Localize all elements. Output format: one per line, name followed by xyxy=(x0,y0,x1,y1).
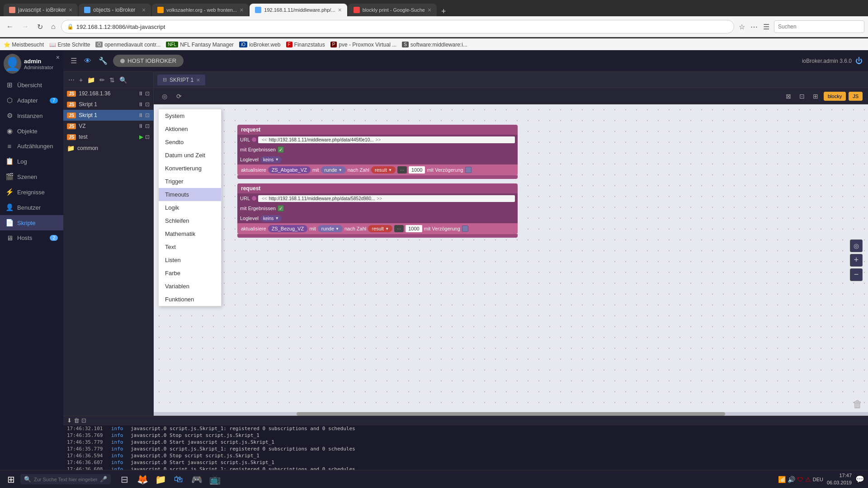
edit-button[interactable]: ✏ xyxy=(98,75,106,85)
url-value-2[interactable]: << http://192.168.1.11/middleware.php/da… xyxy=(258,195,515,202)
menu-item-system[interactable]: System xyxy=(159,109,221,122)
pause-icon[interactable]: ⏸ xyxy=(138,112,143,118)
import-button[interactable]: ⊡ xyxy=(797,91,807,101)
home-button[interactable]: ⌂ xyxy=(48,21,58,33)
bookmark-openmediavault[interactable]: O openmediavault contr... xyxy=(95,42,160,48)
bookmark-software[interactable]: S software:middleware:i... xyxy=(402,42,467,48)
expand-icon[interactable]: ⊡ xyxy=(145,101,150,108)
result-1[interactable]: result ▼ xyxy=(371,166,396,174)
menu-item-trigger[interactable]: Trigger xyxy=(159,175,221,188)
tab-volkszaehler[interactable]: volkszaehler.org - web fronten... × xyxy=(152,4,249,16)
url-value-1[interactable]: << http://192.168.1.11/middleware.php/da… xyxy=(258,136,515,143)
sidebar-item-ubersicht[interactable]: ⊞ Übersicht xyxy=(0,77,63,93)
target-zoom-button[interactable]: ◎ xyxy=(850,239,863,252)
blockly-mode-button[interactable]: blocky xyxy=(824,92,846,101)
menu-item-konvertierung[interactable]: Konvertierung xyxy=(159,162,221,175)
sort-button[interactable]: ⇅ xyxy=(108,75,116,85)
number-2[interactable]: 1000 xyxy=(406,225,422,232)
sidebar-item-aufzahlungen[interactable]: ≡ Aufzählungen xyxy=(0,139,63,154)
address-input[interactable] xyxy=(76,23,728,30)
menu-item-datum[interactable]: Datum und Zeit xyxy=(159,149,221,162)
menu-icon[interactable]: ☰ xyxy=(69,55,79,67)
var-name-1[interactable]: ZS_Abgabe_VZ xyxy=(268,166,311,174)
editor-tab-close[interactable]: × xyxy=(196,76,200,84)
menu-item-funktionen[interactable]: Funktionen xyxy=(159,293,221,306)
file-item-vz[interactable]: JS VZ ⏸ ⊡ xyxy=(63,121,153,131)
editor-tab-skript1[interactable]: ⊟ SKRIPT 1 × xyxy=(157,75,205,85)
sidebar-item-adapter[interactable]: ⬡ Adapter 7 xyxy=(0,93,63,108)
refresh-blockly-button[interactable]: ⟳ xyxy=(174,91,184,101)
expand-icon[interactable]: ⊡ xyxy=(145,123,150,129)
checkbox-2[interactable]: ✓ xyxy=(278,205,284,211)
pause-icon[interactable]: ⏸ xyxy=(138,90,143,97)
bookmark-pve[interactable]: P pve - Proxmox Virtual ... xyxy=(330,42,397,48)
tab-close[interactable]: × xyxy=(142,6,146,14)
export-button[interactable]: ⊠ xyxy=(783,91,794,101)
taskbar-app-explorer[interactable]: 📁 xyxy=(152,471,169,488)
menu-item-text[interactable]: Text xyxy=(159,240,221,253)
runde-1[interactable]: runde ▼ xyxy=(321,166,346,174)
checkbox-1[interactable]: ✓ xyxy=(278,146,284,153)
result-2[interactable]: result ▼ xyxy=(368,225,392,232)
menu-item-timeouts[interactable]: Timeouts xyxy=(159,188,221,201)
checkbox-verzogerung-2[interactable] xyxy=(462,225,468,232)
sidebar-item-hosts[interactable]: 🖥 Hosts 2 xyxy=(0,230,63,245)
sidebar-close-button[interactable]: × xyxy=(56,54,60,61)
menu-item-logik[interactable]: Logik xyxy=(159,201,221,214)
blockly-canvas[interactable]: System Aktionen Sendto Datum und Zeit Ko… xyxy=(154,104,868,416)
file-item-2[interactable]: JS Skript 1 ⏸ ⊡ xyxy=(63,99,153,110)
number-1[interactable]: 1000 xyxy=(409,166,425,174)
taskbar-search-input[interactable] xyxy=(34,477,97,482)
loglevel-close-1[interactable]: ▼ xyxy=(275,157,279,162)
sidebar-item-skripte[interactable]: 📄 Skripte xyxy=(0,215,63,230)
log-clear-button[interactable]: 🗑 xyxy=(74,417,80,424)
sidebar-item-log[interactable]: 📋 Log xyxy=(0,154,63,169)
loglevel-pill-1[interactable]: keins ▼ xyxy=(260,156,282,163)
expand-icon[interactable]: ⊡ xyxy=(145,134,150,140)
menu-item-farbe[interactable]: Farbe xyxy=(159,267,221,280)
taskbar-app-app5[interactable]: 📺 xyxy=(207,471,223,488)
checkbox-verzogerung-1[interactable] xyxy=(465,167,472,173)
zoom-in-button[interactable]: + xyxy=(850,254,863,267)
horizontal-scrollbar[interactable] xyxy=(154,412,868,416)
eye-icon[interactable]: 👁 xyxy=(82,55,93,67)
grid-icon-button[interactable]: ⊞ xyxy=(810,91,821,101)
refresh-button[interactable]: ↻ xyxy=(34,21,46,33)
menu-item-sendto[interactable]: Sendto xyxy=(159,136,221,149)
bookmark-nfl[interactable]: NFL NFL Fantasy Manager xyxy=(166,42,234,48)
expand-icon[interactable]: ⊡ xyxy=(145,112,150,118)
tab-javascript[interactable]: javascript - ioBroker × xyxy=(4,4,78,16)
tab-blockly[interactable]: blockly print - Google-Suche × xyxy=(348,4,437,16)
bookmark-meistbesucht[interactable]: ⭐ Meistbesucht xyxy=(4,42,44,48)
taskbar-search[interactable]: 🔍 🎤 xyxy=(20,474,111,484)
menu-item-mathematik[interactable]: Mathematik xyxy=(159,227,221,240)
settings-icon[interactable]: ☰ xyxy=(761,21,771,33)
tab-close[interactable]: × xyxy=(240,6,243,14)
pause-icon[interactable]: ⏸ xyxy=(138,101,143,108)
scrollbar-thumb[interactable] xyxy=(297,412,725,416)
sidebar-item-objekte[interactable]: ◉ Objekte xyxy=(0,123,63,139)
file-item-1[interactable]: JS 192.168.1.36 ⏸ ⊡ xyxy=(63,88,153,99)
tab-close[interactable]: × xyxy=(69,6,72,14)
taskbar-app-taskview[interactable]: ⊟ xyxy=(116,471,132,488)
file-item-test[interactable]: JS test ▶ ⊡ xyxy=(63,131,153,142)
file-item-3-active[interactable]: JS Skript 1 ⏸ ⊡ xyxy=(63,110,153,121)
search-button[interactable]: 🔍 xyxy=(118,75,128,85)
host-button[interactable]: HOST IOBROKER xyxy=(113,55,184,67)
bookmarks-icon[interactable]: ☆ xyxy=(737,21,747,33)
tab-middleware[interactable]: 192.168.1.11/middleware.php/... × xyxy=(250,4,347,16)
add-script-button[interactable]: + xyxy=(78,75,84,85)
start-button[interactable]: ⊞ xyxy=(4,472,19,487)
taskbar-app-store[interactable]: 🛍 xyxy=(170,471,187,488)
sidebar-item-szenen[interactable]: 🎬 Szenen xyxy=(0,169,63,184)
taskbar-app-app4[interactable]: 🎮 xyxy=(189,471,205,488)
sidebar-item-instanzen[interactable]: ⚙ Instanzen xyxy=(0,108,63,123)
extensions-icon[interactable]: ⋯ xyxy=(749,21,760,33)
sidebar-item-benutzer[interactable]: 👤 Benutzer xyxy=(0,200,63,215)
target-icon-button[interactable]: ◎ xyxy=(159,91,170,101)
pause-icon[interactable]: ⏸ xyxy=(138,123,143,129)
forward-button[interactable]: → xyxy=(19,21,32,33)
tab-close[interactable]: × xyxy=(428,6,431,14)
expand-icon[interactable]: ⊡ xyxy=(145,90,150,97)
menu-item-listen[interactable]: Listen xyxy=(159,253,221,267)
